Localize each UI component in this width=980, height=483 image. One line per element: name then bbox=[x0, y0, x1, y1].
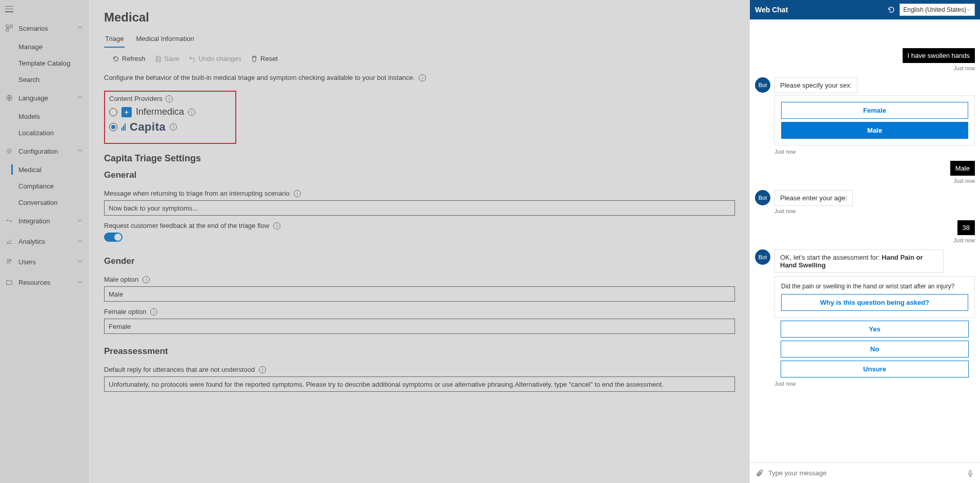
webchat-title: Web Chat bbox=[755, 6, 883, 14]
webchat-input-bar bbox=[750, 463, 980, 483]
sidebar-item-label: Search bbox=[18, 76, 39, 83]
toolbar-label: Reset bbox=[260, 55, 278, 62]
user-message: Male bbox=[950, 161, 975, 176]
male-option-input[interactable] bbox=[104, 286, 735, 302]
sidebar-item-medical[interactable]: Medical bbox=[0, 161, 89, 178]
sidebar-item-label: Medical bbox=[18, 166, 42, 174]
feedback-toggle[interactable] bbox=[104, 233, 122, 242]
provider-label: Infermedica bbox=[136, 107, 184, 117]
male-option-label: Male option bbox=[104, 276, 138, 283]
timestamp: Just now bbox=[755, 65, 975, 71]
toolbar-label: Save bbox=[165, 55, 180, 62]
tab-medical-information[interactable]: Medical Information bbox=[135, 32, 195, 48]
option-female-button[interactable]: Female bbox=[781, 102, 968, 119]
page-title: Medical bbox=[104, 10, 735, 25]
language-select[interactable]: English (United States) bbox=[900, 4, 975, 16]
svg-point-5 bbox=[7, 220, 8, 221]
sidebar-group-resources[interactable]: Resources bbox=[0, 272, 89, 292]
save-button: Save bbox=[155, 55, 180, 62]
return-message-input[interactable] bbox=[104, 200, 735, 216]
sidebar-item-conversation[interactable]: Conversation bbox=[0, 194, 89, 211]
info-icon[interactable]: i bbox=[188, 109, 195, 116]
chevron-down-icon bbox=[77, 279, 84, 286]
timestamp: Just now bbox=[755, 237, 975, 243]
sidebar-item-compliance[interactable]: Compliance bbox=[0, 178, 89, 194]
sidebar-item-models[interactable]: Models bbox=[0, 108, 89, 124]
radio-infermedica[interactable] bbox=[109, 108, 117, 116]
female-option-label: Female option bbox=[104, 308, 146, 316]
hamburger-icon[interactable] bbox=[5, 6, 13, 12]
trash-icon bbox=[251, 55, 258, 62]
chevron-down-icon bbox=[966, 7, 971, 12]
sidebar-item-localization[interactable]: Localization bbox=[0, 124, 89, 141]
info-icon[interactable]: i bbox=[150, 308, 157, 316]
info-icon[interactable]: i bbox=[166, 95, 173, 102]
female-option-input[interactable] bbox=[104, 319, 735, 334]
info-icon[interactable]: i bbox=[142, 276, 150, 283]
webchat-header: Web Chat English (United States) bbox=[750, 0, 980, 19]
tab-label: Medical Information bbox=[136, 35, 194, 43]
bot-message: Please specify your sex: bbox=[774, 77, 858, 93]
sidebar-item-label: Manage bbox=[18, 43, 43, 51]
bot-message: OK, let's start the assessment for: Hand… bbox=[774, 249, 944, 273]
sidebar-item-label: Compliance bbox=[18, 182, 54, 190]
info-icon[interactable]: i bbox=[294, 190, 301, 197]
info-icon[interactable]: i bbox=[419, 74, 426, 81]
return-message-label: Message when returning to triage from an… bbox=[104, 190, 290, 197]
svg-point-4 bbox=[8, 150, 10, 152]
sidebar-group-label: Configuration bbox=[18, 148, 77, 155]
sidebar-group-integration[interactable]: Integration bbox=[0, 211, 89, 231]
scenarios-icon bbox=[5, 24, 13, 32]
sidebar-group-label: Language bbox=[18, 94, 77, 102]
tab-triage[interactable]: Triage bbox=[104, 32, 125, 48]
sidebar-item-manage[interactable]: Manage bbox=[0, 38, 89, 55]
attachment-icon[interactable] bbox=[755, 469, 764, 478]
sidebar-group-scenarios[interactable]: Scenarios bbox=[0, 18, 89, 38]
gender-heading: Gender bbox=[104, 256, 735, 266]
sidebar-group-label: Integration bbox=[18, 217, 77, 225]
chevron-down-icon bbox=[77, 238, 84, 245]
answer-options-card: Yes No Unsure bbox=[774, 321, 975, 377]
restart-icon[interactable] bbox=[887, 6, 895, 14]
language-label: English (United States) bbox=[903, 6, 966, 13]
option-no-button[interactable]: No bbox=[781, 341, 969, 358]
timestamp: Just now bbox=[774, 381, 975, 387]
info-icon[interactable]: i bbox=[170, 123, 177, 131]
timestamp: Just now bbox=[774, 208, 975, 214]
chat-input[interactable] bbox=[768, 469, 962, 477]
integration-icon bbox=[5, 217, 13, 225]
chevron-down-icon bbox=[77, 217, 84, 224]
tab-label: Triage bbox=[105, 35, 124, 43]
why-question-button[interactable]: Why is this question being asked? bbox=[781, 294, 968, 311]
gear-icon bbox=[5, 147, 13, 155]
general-heading: General bbox=[104, 170, 735, 180]
option-unsure-button[interactable]: Unsure bbox=[781, 361, 969, 377]
user-message: I have swollen hands bbox=[903, 48, 975, 63]
sidebar-item-template-catalog[interactable]: Template Catalog bbox=[0, 55, 89, 71]
radio-capita[interactable] bbox=[109, 123, 117, 131]
microphone-icon[interactable] bbox=[966, 469, 975, 478]
svg-rect-9 bbox=[969, 470, 971, 474]
info-icon[interactable]: i bbox=[273, 222, 280, 229]
option-yes-button[interactable]: Yes bbox=[781, 321, 969, 338]
svg-rect-0 bbox=[6, 25, 8, 27]
sidebar-group-configuration[interactable]: Configuration bbox=[0, 141, 89, 161]
option-male-button[interactable]: Male bbox=[781, 122, 968, 139]
feedback-label: Request customer feedback at the end of … bbox=[104, 222, 269, 229]
sidebar-group-language[interactable]: Language bbox=[0, 88, 89, 108]
sidebar: Scenarios Manage Template Catalog Search… bbox=[0, 0, 90, 483]
sidebar-group-analytics[interactable]: Analytics bbox=[0, 231, 89, 251]
content-providers-label: Content Providers bbox=[109, 95, 162, 102]
info-icon[interactable]: i bbox=[259, 366, 266, 373]
capita-logo-icon bbox=[121, 123, 126, 131]
sidebar-group-users[interactable]: Users bbox=[0, 251, 89, 272]
toolbar: Refresh Save Undo changes Reset bbox=[104, 51, 735, 71]
refresh-icon bbox=[112, 55, 119, 62]
timestamp: Just now bbox=[755, 178, 975, 184]
default-reply-input[interactable] bbox=[104, 376, 735, 392]
refresh-button[interactable]: Refresh bbox=[112, 55, 146, 62]
reset-button[interactable]: Reset bbox=[251, 55, 278, 62]
sidebar-item-search[interactable]: Search bbox=[0, 71, 89, 88]
toolbar-label: Refresh bbox=[122, 55, 146, 62]
svg-rect-2 bbox=[6, 29, 8, 31]
